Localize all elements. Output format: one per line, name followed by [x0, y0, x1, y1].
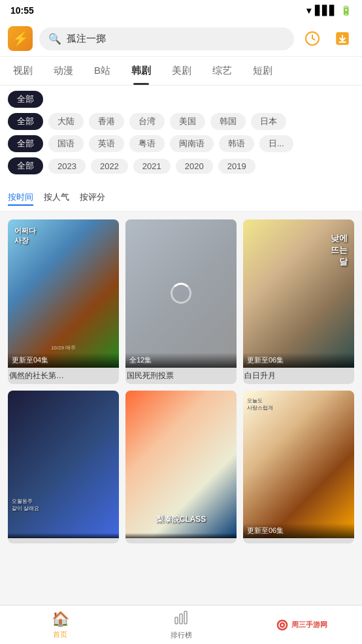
search-bar[interactable]: 🔍 孤注一掷: [39, 27, 294, 50]
card-5[interactable]: 梨泰院CLASS: [125, 391, 237, 544]
card-2-badge: 全12集: [125, 353, 237, 368]
filter-lang-mandarin[interactable]: 国语: [48, 135, 84, 152]
card-3-badge: 更新至06集: [243, 353, 354, 368]
watermark: 周三手游网: [241, 619, 362, 632]
search-icon: 🔍: [48, 33, 61, 45]
time-display: 10:55: [10, 5, 34, 16]
filter-region-hk[interactable]: 香港: [89, 113, 124, 130]
home-label: 首页: [53, 630, 67, 639]
battery-icon: 🔋: [340, 5, 352, 16]
sort-by-popularity[interactable]: 按人气: [44, 190, 69, 206]
filter-year-2019[interactable]: 2019: [218, 159, 255, 174]
card-1-badge: 更新至04集: [8, 353, 119, 368]
download-button[interactable]: [331, 27, 354, 50]
filter-region-tw[interactable]: 台湾: [129, 113, 165, 130]
filter-region-jp[interactable]: 日本: [251, 113, 286, 130]
home-icon: 🏠: [52, 611, 69, 628]
spinner: [171, 283, 191, 304]
tab-bili[interactable]: B站: [84, 57, 121, 85]
filter-lang-english[interactable]: 英语: [89, 135, 124, 152]
tab-variety[interactable]: 综艺: [202, 57, 242, 85]
nav-tabs: 视剧 动漫 B站 韩剧 美剧 综艺 短剧: [0, 57, 362, 86]
svg-point-9: [282, 624, 284, 626]
content-grid: 어쩌다사장 10/29 매주 更新至04集 偶然的社长第… 全12集 国民死刑投…: [0, 212, 362, 551]
card-5-poster: 梨泰院CLASS: [125, 391, 237, 539]
card-1[interactable]: 어쩌다사장 10/29 매주 更新至04集 偶然的社长第…: [8, 219, 119, 384]
header: ⚡ 🔍 孤注一掷: [0, 21, 362, 57]
filter-region-us[interactable]: 美国: [170, 113, 205, 130]
filters-section: 全部 全部 大陆 香港 台湾 美国 韩国 日本 全部 国语 英语 粤语 闽南语 …: [0, 86, 362, 185]
card-6-poster: 오늘도사랑스럽개 更新至06集: [243, 391, 354, 539]
loading-overlay: [125, 219, 237, 368]
signal-icon: ▋▋▋: [315, 5, 337, 16]
search-query: 孤注一掷: [67, 33, 106, 45]
card-5-title: [125, 538, 237, 543]
svg-rect-5: [180, 614, 182, 624]
tab-tv[interactable]: 视剧: [3, 57, 43, 85]
watermark-text: 周三手游网: [291, 620, 327, 630]
tab-anime[interactable]: 动漫: [43, 57, 84, 85]
card-4[interactable]: 오월동주같이 살래요: [8, 391, 119, 544]
tab-short[interactable]: 短剧: [242, 57, 283, 85]
nav-home[interactable]: 🏠 首页: [0, 607, 121, 643]
status-icons: ▾ ▋▋▋ 🔋: [306, 5, 352, 16]
logo-text: ⚡: [12, 31, 29, 46]
bottom-logo: 周三手游网: [241, 619, 362, 632]
card-6-title: [243, 538, 354, 543]
card-4-title: [8, 538, 119, 543]
watermark-icon: [276, 619, 289, 632]
card-3-title: 白日升月: [243, 368, 354, 384]
filter-lang-korean[interactable]: 韩语: [219, 135, 254, 152]
svg-rect-6: [184, 611, 187, 624]
card-3[interactable]: 낮에뜨는달 更新至06集 白日升月: [243, 219, 354, 384]
filter-year-all[interactable]: 全部: [8, 157, 43, 174]
history-button[interactable]: [301, 27, 324, 50]
card-6-badge: 更新至06集: [243, 523, 354, 538]
filter-region-all[interactable]: 全部: [8, 113, 43, 130]
bottom-nav: 🏠 首页 排行榜 周三手游网: [0, 605, 362, 644]
content-area: 어쩌다사장 10/29 매주 更新至04集 偶然的社长第… 全12集 国民死刑投…: [0, 212, 362, 597]
card-3-poster: 낮에뜨는달 更新至06集: [243, 219, 354, 368]
status-bar: 10:55 ▾ ▋▋▋ 🔋: [0, 0, 362, 21]
top-filter-row: 全部: [8, 91, 354, 108]
svg-rect-4: [175, 617, 178, 624]
sort-by-rating[interactable]: 按评分: [80, 190, 105, 206]
filter-lang-all[interactable]: 全部: [8, 135, 43, 152]
card-2-poster: 全12集: [125, 219, 237, 368]
card-2-title: 国民死刑投票: [125, 368, 237, 384]
app-logo[interactable]: ⚡: [8, 26, 33, 51]
region-filter-row: 全部 大陆 香港 台湾 美国 韩国 日本: [8, 113, 354, 130]
tab-us[interactable]: 美剧: [161, 57, 202, 85]
wifi-icon: ▾: [306, 5, 311, 16]
card-4-poster: 오월동주같이 살래요: [8, 391, 119, 539]
filter-region-mainland[interactable]: 大陆: [48, 113, 84, 130]
nav-rank[interactable]: 排行榜: [121, 605, 242, 644]
lang-filter-row: 全部 国语 英语 粤语 闽南语 韩语 日...: [8, 135, 354, 152]
filter-region-kr[interactable]: 韩国: [210, 113, 246, 130]
card-6[interactable]: 오늘도사랑스럽개 更新至06集: [243, 391, 354, 544]
sort-row: 按时间 按人气 按评分: [0, 185, 362, 212]
header-actions: [301, 27, 354, 50]
card-1-title: 偶然的社长第…: [8, 368, 119, 384]
card-1-poster: 어쩌다사장 10/29 매주 更新至04集: [8, 219, 119, 368]
filter-year-2023[interactable]: 2023: [48, 159, 86, 174]
rank-icon: [173, 609, 189, 628]
rank-label: 排行榜: [171, 630, 192, 640]
filter-lang-cantonese[interactable]: 粤语: [129, 135, 165, 152]
filter-lang-japanese[interactable]: 日...: [259, 135, 293, 152]
filter-year-2022[interactable]: 2022: [91, 159, 128, 174]
filter-lang-minnan[interactable]: 闽南语: [170, 135, 214, 152]
filter-year-2021[interactable]: 2021: [133, 159, 171, 174]
sort-by-time[interactable]: 按时间: [8, 190, 33, 206]
filter-year-2020[interactable]: 2020: [176, 159, 213, 174]
card-4-badge: [8, 533, 119, 538]
card-5-badge: [125, 533, 237, 538]
tab-korean[interactable]: 韩剧: [121, 57, 161, 85]
card-2[interactable]: 全12集 国民死刑投票: [125, 219, 237, 384]
year-filter-row: 全部 2023 2022 2021 2020 2019: [8, 157, 354, 174]
filter-all-top[interactable]: 全部: [8, 91, 43, 108]
